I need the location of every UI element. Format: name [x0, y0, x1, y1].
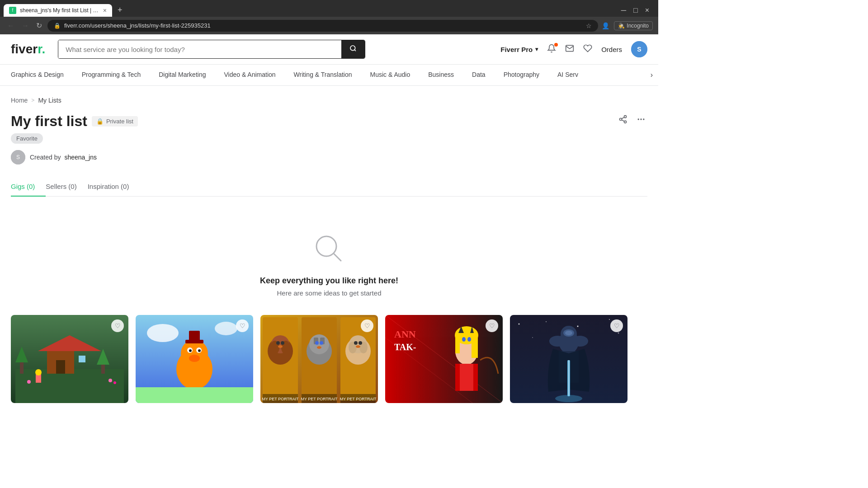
- notifications-button[interactable]: [547, 44, 556, 55]
- svg-point-6: [624, 121, 627, 123]
- category-graphics-design[interactable]: Graphics & Design: [11, 65, 73, 85]
- list-actions: [617, 113, 647, 128]
- svg-point-95: [609, 319, 610, 320]
- category-scroll-button[interactable]: ›: [636, 65, 658, 85]
- category-music-audio[interactable]: Music & Audio: [361, 65, 420, 85]
- profile-icon[interactable]: 👤: [602, 22, 609, 29]
- cards-row: ♡: [11, 315, 647, 403]
- card-3-heart[interactable]: ♡: [361, 319, 373, 332]
- active-tab[interactable]: f sheena_jns's My first list List | F...…: [4, 4, 112, 17]
- suggestion-card-1[interactable]: ♡: [11, 315, 128, 403]
- fiverr-logo[interactable]: fiverr.: [11, 42, 45, 56]
- svg-point-86: [467, 337, 471, 342]
- list-creator: S Created by sheena_jns: [11, 150, 647, 164]
- svg-rect-21: [79, 356, 85, 362]
- svg-point-92: [519, 324, 520, 325]
- svg-point-27: [35, 369, 42, 375]
- tab-sellers[interactable]: Sellers (0): [46, 177, 87, 197]
- svg-text:MY PET PORTRAIT: MY PET PORTRAIT: [262, 397, 299, 401]
- incognito-label: Incognito: [627, 23, 649, 29]
- category-programming-tech[interactable]: Programming & Tech: [73, 65, 150, 85]
- private-label: Private list: [106, 118, 133, 125]
- svg-text:S: S: [16, 154, 20, 160]
- maximize-button[interactable]: □: [633, 6, 638, 14]
- orders-link[interactable]: Orders: [601, 46, 622, 53]
- tab-gigs[interactable]: Gigs (0): [11, 177, 46, 197]
- category-photography[interactable]: Photography: [495, 65, 548, 85]
- svg-rect-20: [56, 360, 65, 374]
- logo-text: fiver: [11, 42, 38, 56]
- svg-point-5: [620, 118, 622, 121]
- svg-rect-17: [15, 369, 124, 403]
- tab-title: sheena_jns's My first list List | F...: [20, 7, 99, 14]
- more-options-button[interactable]: [635, 113, 647, 128]
- address-url: fiverr.com/users/sheena_jns/lists/my-fir…: [64, 22, 582, 29]
- svg-text:MY PET PORTRAIT: MY PET PORTRAIT: [340, 397, 377, 401]
- card-5-heart[interactable]: ♡: [610, 319, 623, 332]
- list-title: My first list: [11, 113, 87, 130]
- category-business[interactable]: Business: [419, 65, 463, 85]
- back-button[interactable]: ←: [5, 20, 16, 32]
- category-writing-translation[interactable]: Writing & Translation: [285, 65, 361, 85]
- notification-dot: [554, 43, 558, 47]
- svg-point-33: [215, 322, 237, 335]
- suggestion-card-3[interactable]: MY PET PORTRAIT MY PET PORTRAIT MY PET P…: [260, 315, 378, 403]
- fiverr-pro-button[interactable]: Fiverr Pro ▾: [500, 46, 538, 53]
- svg-point-97: [532, 337, 533, 338]
- svg-point-94: [577, 326, 579, 327]
- refresh-button[interactable]: ↻: [34, 19, 44, 32]
- bookmark-star-icon[interactable]: ☆: [586, 22, 592, 29]
- card-4-heart[interactable]: ♡: [486, 319, 498, 332]
- message-icon: [565, 44, 574, 53]
- card-4-image: ANN TAK-: [385, 315, 503, 403]
- fiverr-pro-label: Fiverr Pro: [500, 46, 533, 53]
- creator-info: Created by sheena_jns: [30, 154, 97, 161]
- empty-state-title: Keep everything you like right here!: [260, 276, 398, 286]
- category-digital-marketing[interactable]: Digital Marketing: [150, 65, 215, 85]
- creator-username: sheena_jns: [64, 154, 97, 161]
- minimize-button[interactable]: ─: [621, 6, 626, 14]
- lock-icon: 🔒: [96, 118, 104, 125]
- card-1-heart[interactable]: ♡: [111, 319, 124, 332]
- creator-avatar-image: S: [11, 150, 25, 164]
- svg-point-52: [276, 341, 280, 345]
- chevron-down-icon: ▾: [535, 46, 538, 52]
- svg-point-61: [317, 346, 321, 349]
- suggestion-card-4[interactable]: ANN TAK- ♡: [385, 315, 503, 403]
- search-bar[interactable]: [58, 40, 365, 59]
- list-tag: Favorite: [11, 133, 43, 144]
- suggestion-card-2[interactable]: ♡: [136, 315, 253, 403]
- new-tab-button[interactable]: +: [114, 4, 126, 17]
- forward-button[interactable]: →: [20, 20, 31, 32]
- more-icon: [637, 115, 646, 124]
- close-button[interactable]: ×: [645, 6, 649, 14]
- card-2-image: [136, 315, 253, 403]
- address-bar[interactable]: 🔒 fiverr.com/users/sheena_jns/lists/my-f…: [47, 20, 598, 32]
- svg-text:MY PET PORTRAIT: MY PET PORTRAIT: [301, 397, 338, 401]
- svg-rect-106: [568, 360, 570, 396]
- category-nav: Graphics & Design Programming & Tech Dig…: [0, 64, 658, 85]
- svg-rect-43: [136, 387, 253, 403]
- tab-inspiration[interactable]: Inspiration (0): [88, 177, 140, 197]
- tab-close-button[interactable]: ×: [103, 7, 107, 14]
- category-data[interactable]: Data: [463, 65, 495, 85]
- breadcrumb-current: My Lists: [38, 97, 61, 104]
- search-input[interactable]: [58, 40, 341, 58]
- user-avatar[interactable]: S: [631, 41, 647, 57]
- share-button[interactable]: [617, 113, 629, 128]
- breadcrumb-home[interactable]: Home: [11, 97, 28, 104]
- svg-point-101: [565, 331, 572, 335]
- breadcrumb: Home > My Lists: [11, 97, 647, 104]
- svg-point-93: [546, 321, 547, 322]
- svg-point-14: [316, 236, 336, 256]
- search-icon: [349, 45, 357, 52]
- card-2-heart[interactable]: ♡: [236, 319, 249, 332]
- suggestion-card-5[interactable]: ♡: [510, 315, 627, 403]
- category-ai-services[interactable]: AI Serv: [548, 65, 587, 85]
- search-button[interactable]: [341, 40, 365, 58]
- svg-point-107: [555, 395, 582, 402]
- browser-chrome: f sheena_jns's My first list List | F...…: [0, 0, 658, 34]
- wishlist-button[interactable]: [583, 44, 592, 55]
- messages-button[interactable]: [565, 44, 574, 55]
- category-video-animation[interactable]: Video & Animation: [215, 65, 284, 85]
